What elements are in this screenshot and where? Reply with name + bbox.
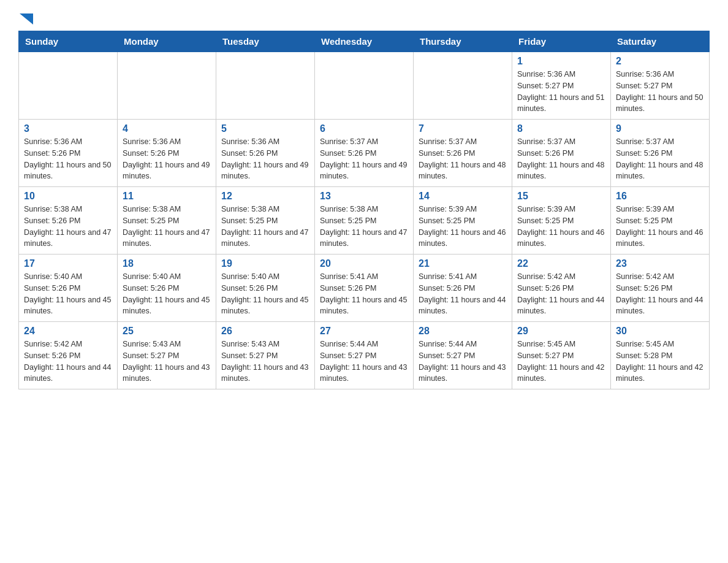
svg-marker-0 — [20, 13, 33, 25]
day-number: 17 — [24, 258, 112, 269]
day-info: Sunrise: 5:39 AM Sunset: 5:25 PM Dayligh… — [517, 204, 605, 250]
calendar-cell: 11Sunrise: 5:38 AM Sunset: 5:25 PM Dayli… — [118, 187, 216, 255]
calendar-cell: 12Sunrise: 5:38 AM Sunset: 5:25 PM Dayli… — [216, 187, 315, 255]
calendar-cell — [19, 52, 118, 120]
calendar-cell: 9Sunrise: 5:37 AM Sunset: 5:26 PM Daylig… — [611, 120, 710, 187]
day-info: Sunrise: 5:37 AM Sunset: 5:26 PM Dayligh… — [419, 136, 507, 182]
day-number: 4 — [123, 123, 211, 134]
day-info: Sunrise: 5:40 AM Sunset: 5:26 PM Dayligh… — [24, 271, 112, 317]
day-number: 11 — [123, 191, 211, 202]
day-info: Sunrise: 5:43 AM Sunset: 5:27 PM Dayligh… — [221, 339, 309, 385]
day-info: Sunrise: 5:36 AM Sunset: 5:26 PM Dayligh… — [123, 136, 211, 182]
calendar-cell: 27Sunrise: 5:44 AM Sunset: 5:27 PM Dayli… — [315, 322, 414, 389]
calendar-cell: 28Sunrise: 5:44 AM Sunset: 5:27 PM Dayli… — [414, 322, 512, 389]
day-info: Sunrise: 5:37 AM Sunset: 5:26 PM Dayligh… — [320, 136, 408, 182]
calendar-cell: 1Sunrise: 5:36 AM Sunset: 5:27 PM Daylig… — [512, 52, 611, 120]
day-number: 23 — [616, 258, 704, 269]
day-number: 28 — [419, 326, 507, 337]
day-info: Sunrise: 5:39 AM Sunset: 5:25 PM Dayligh… — [616, 204, 704, 250]
day-info: Sunrise: 5:44 AM Sunset: 5:27 PM Dayligh… — [320, 339, 408, 385]
day-number: 21 — [419, 258, 507, 269]
day-number: 6 — [320, 123, 408, 134]
calendar-cell: 16Sunrise: 5:39 AM Sunset: 5:25 PM Dayli… — [611, 187, 710, 255]
day-number: 15 — [517, 191, 605, 202]
day-number: 27 — [320, 326, 408, 337]
calendar-cell — [315, 52, 414, 120]
calendar-cell: 20Sunrise: 5:41 AM Sunset: 5:26 PM Dayli… — [315, 255, 414, 322]
weekday-header-sunday: Sunday — [19, 31, 118, 52]
day-number: 18 — [123, 258, 211, 269]
day-info: Sunrise: 5:38 AM Sunset: 5:25 PM Dayligh… — [320, 204, 408, 250]
day-number: 16 — [616, 191, 704, 202]
week-row-2: 3Sunrise: 5:36 AM Sunset: 5:26 PM Daylig… — [19, 120, 710, 187]
day-info: Sunrise: 5:36 AM Sunset: 5:26 PM Dayligh… — [24, 136, 112, 182]
weekday-header-thursday: Thursday — [414, 31, 512, 52]
calendar-table: SundayMondayTuesdayWednesdayThursdayFrid… — [18, 31, 710, 389]
calendar-cell: 21Sunrise: 5:41 AM Sunset: 5:26 PM Dayli… — [414, 255, 512, 322]
day-info: Sunrise: 5:44 AM Sunset: 5:27 PM Dayligh… — [419, 339, 507, 385]
calendar-cell: 3Sunrise: 5:36 AM Sunset: 5:26 PM Daylig… — [19, 120, 118, 187]
week-row-5: 24Sunrise: 5:42 AM Sunset: 5:26 PM Dayli… — [19, 322, 710, 389]
day-info: Sunrise: 5:43 AM Sunset: 5:27 PM Dayligh… — [123, 339, 211, 385]
calendar-cell — [216, 52, 315, 120]
calendar-cell: 7Sunrise: 5:37 AM Sunset: 5:26 PM Daylig… — [414, 120, 512, 187]
calendar-cell: 13Sunrise: 5:38 AM Sunset: 5:25 PM Dayli… — [315, 187, 414, 255]
day-info: Sunrise: 5:37 AM Sunset: 5:26 PM Dayligh… — [616, 136, 704, 182]
calendar-cell: 22Sunrise: 5:42 AM Sunset: 5:26 PM Dayli… — [512, 255, 611, 322]
weekday-header-saturday: Saturday — [611, 31, 710, 52]
day-number: 9 — [616, 123, 704, 134]
calendar-cell: 26Sunrise: 5:43 AM Sunset: 5:27 PM Dayli… — [216, 322, 315, 389]
day-number: 5 — [221, 123, 309, 134]
calendar-header: SundayMondayTuesdayWednesdayThursdayFrid… — [19, 31, 710, 52]
calendar-cell: 24Sunrise: 5:42 AM Sunset: 5:26 PM Dayli… — [19, 322, 118, 389]
calendar-cell: 25Sunrise: 5:43 AM Sunset: 5:27 PM Dayli… — [118, 322, 216, 389]
calendar-body: 1Sunrise: 5:36 AM Sunset: 5:27 PM Daylig… — [19, 52, 710, 389]
day-info: Sunrise: 5:40 AM Sunset: 5:26 PM Dayligh… — [123, 271, 211, 317]
day-info: Sunrise: 5:36 AM Sunset: 5:26 PM Dayligh… — [221, 136, 309, 182]
day-number: 1 — [517, 56, 605, 67]
day-info: Sunrise: 5:38 AM Sunset: 5:25 PM Dayligh… — [221, 204, 309, 250]
calendar-cell: 14Sunrise: 5:39 AM Sunset: 5:25 PM Dayli… — [414, 187, 512, 255]
day-number: 26 — [221, 326, 309, 337]
weekday-header-friday: Friday — [512, 31, 611, 52]
calendar-cell: 18Sunrise: 5:40 AM Sunset: 5:26 PM Dayli… — [118, 255, 216, 322]
calendar-cell: 8Sunrise: 5:37 AM Sunset: 5:26 PM Daylig… — [512, 120, 611, 187]
week-row-1: 1Sunrise: 5:36 AM Sunset: 5:27 PM Daylig… — [19, 52, 710, 120]
day-number: 19 — [221, 258, 309, 269]
calendar-cell: 29Sunrise: 5:45 AM Sunset: 5:27 PM Dayli… — [512, 322, 611, 389]
week-row-4: 17Sunrise: 5:40 AM Sunset: 5:26 PM Dayli… — [19, 255, 710, 322]
day-number: 7 — [419, 123, 507, 134]
calendar-cell: 30Sunrise: 5:45 AM Sunset: 5:28 PM Dayli… — [611, 322, 710, 389]
day-number: 29 — [517, 326, 605, 337]
day-info: Sunrise: 5:41 AM Sunset: 5:26 PM Dayligh… — [320, 271, 408, 317]
day-number: 3 — [24, 123, 112, 134]
day-info: Sunrise: 5:45 AM Sunset: 5:27 PM Dayligh… — [517, 339, 605, 385]
calendar-cell: 4Sunrise: 5:36 AM Sunset: 5:26 PM Daylig… — [118, 120, 216, 187]
day-info: Sunrise: 5:42 AM Sunset: 5:26 PM Dayligh… — [616, 271, 704, 317]
calendar-cell — [414, 52, 512, 120]
day-info: Sunrise: 5:42 AM Sunset: 5:26 PM Dayligh… — [24, 339, 112, 385]
day-number: 24 — [24, 326, 112, 337]
weekday-header-monday: Monday — [118, 31, 216, 52]
day-number: 10 — [24, 191, 112, 202]
calendar-cell: 15Sunrise: 5:39 AM Sunset: 5:25 PM Dayli… — [512, 187, 611, 255]
day-info: Sunrise: 5:36 AM Sunset: 5:27 PM Dayligh… — [616, 69, 704, 115]
calendar-cell: 10Sunrise: 5:38 AM Sunset: 5:26 PM Dayli… — [19, 187, 118, 255]
calendar-cell: 6Sunrise: 5:37 AM Sunset: 5:26 PM Daylig… — [315, 120, 414, 187]
day-info: Sunrise: 5:40 AM Sunset: 5:26 PM Dayligh… — [221, 271, 309, 317]
day-info: Sunrise: 5:41 AM Sunset: 5:26 PM Dayligh… — [419, 271, 507, 317]
day-number: 14 — [419, 191, 507, 202]
day-number: 30 — [616, 326, 704, 337]
day-info: Sunrise: 5:45 AM Sunset: 5:28 PM Dayligh… — [616, 339, 704, 385]
day-info: Sunrise: 5:42 AM Sunset: 5:26 PM Dayligh… — [517, 271, 605, 317]
calendar-cell — [118, 52, 216, 120]
calendar-cell: 17Sunrise: 5:40 AM Sunset: 5:26 PM Dayli… — [19, 255, 118, 322]
calendar-cell: 23Sunrise: 5:42 AM Sunset: 5:26 PM Dayli… — [611, 255, 710, 322]
weekday-header-row: SundayMondayTuesdayWednesdayThursdayFrid… — [19, 31, 710, 52]
day-number: 2 — [616, 56, 704, 67]
day-number: 22 — [517, 258, 605, 269]
day-info: Sunrise: 5:37 AM Sunset: 5:26 PM Dayligh… — [517, 136, 605, 182]
weekday-header-wednesday: Wednesday — [315, 31, 414, 52]
calendar-cell: 2Sunrise: 5:36 AM Sunset: 5:27 PM Daylig… — [611, 52, 710, 120]
week-row-3: 10Sunrise: 5:38 AM Sunset: 5:26 PM Dayli… — [19, 187, 710, 255]
